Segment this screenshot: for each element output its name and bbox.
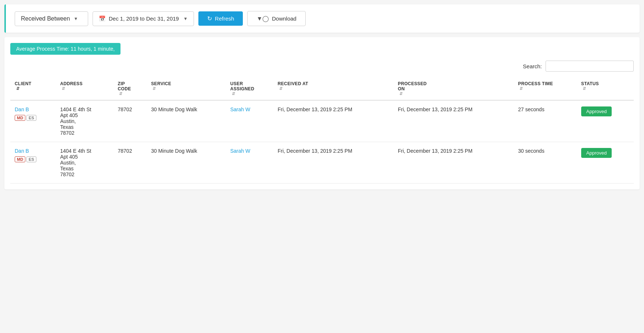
avg-process-time-badge: Average Process Time: 11 hours, 1 minute…	[10, 43, 120, 55]
filter-dropdown[interactable]: Received Between ▼	[15, 11, 88, 26]
client-tag-es: ES	[26, 115, 36, 121]
col-header-received-at: RECEIVED AT ⇵	[273, 77, 393, 100]
sort-zip-icon[interactable]: ⇵	[119, 91, 142, 96]
sort-status-icon[interactable]: ⇵	[583, 86, 629, 91]
cell-zip: 78702	[113, 100, 147, 142]
status-badge: Approved	[581, 106, 612, 116]
search-bar: Search:	[10, 61, 634, 72]
sort-client-icon[interactable]: ⇵	[16, 86, 51, 91]
table-row: Dan BMDES1404 E 4th St Apt 405 Austin, T…	[10, 100, 634, 142]
filter-label: Received Between	[21, 15, 70, 22]
table-row: Dan BMDES1404 E 4th St Apt 405 Austin, T…	[10, 142, 634, 184]
cell-process-time: 27 seconds	[514, 100, 576, 142]
cell-client: Dan BMDES	[10, 142, 56, 184]
dropdown-arrow-icon: ▼	[73, 16, 78, 21]
date-picker-button[interactable]: 📅 Dec 1, 2019 to Dec 31, 2019 ▼	[93, 11, 194, 26]
table-header-row: CLIENT ⇵ ADDRESS ⇵ ZIPCODE ⇵	[10, 77, 634, 100]
top-bar: Received Between ▼ 📅 Dec 1, 2019 to Dec …	[4, 4, 640, 33]
download-label: Download	[272, 15, 296, 22]
sort-service-icon[interactable]: ⇵	[152, 86, 222, 91]
cell-status: Approved	[577, 100, 634, 142]
col-header-zip: ZIPCODE ⇵	[113, 77, 147, 100]
col-header-service: SERVICE ⇵	[147, 77, 226, 100]
client-tag-es: ES	[26, 156, 36, 162]
cell-processed-on: Fri, December 13, 2019 2:25 PM	[393, 100, 514, 142]
sort-processtime-icon[interactable]: ⇵	[519, 86, 572, 91]
user-assigned-link[interactable]: Sarah W	[230, 148, 250, 154]
cell-service: 30 Minute Dog Walk	[147, 142, 226, 184]
col-header-client: CLIENT ⇵	[10, 77, 56, 100]
col-header-processed-on: PROCESSEDON ⇵	[393, 77, 514, 100]
cell-client: Dan BMDES	[10, 100, 56, 142]
sort-received-icon[interactable]: ⇵	[279, 86, 389, 91]
user-assigned-link[interactable]: Sarah W	[230, 106, 250, 112]
status-badge: Approved	[581, 148, 612, 158]
cell-zip: 78702	[113, 142, 147, 184]
sort-processed-icon[interactable]: ⇵	[399, 91, 509, 96]
col-header-process-time: PROCESS TIME ⇵	[514, 77, 576, 100]
cell-user-assigned: Sarah W	[226, 100, 273, 142]
cell-user-assigned: Sarah W	[226, 142, 273, 184]
cell-process-time: 30 seconds	[514, 142, 576, 184]
cell-processed-on: Fri, December 13, 2019 2:25 PM	[393, 142, 514, 184]
col-header-status: STATUS ⇵	[577, 77, 634, 100]
date-range-value: Dec 1, 2019 to Dec 31, 2019	[109, 15, 179, 22]
refresh-icon: ↻	[207, 15, 212, 22]
search-input[interactable]	[546, 61, 634, 72]
col-header-user-assigned: USERASSIGNED ⇵	[226, 77, 273, 100]
data-table: CLIENT ⇵ ADDRESS ⇵ ZIPCODE ⇵	[10, 77, 634, 184]
calendar-icon: 📅	[99, 15, 106, 22]
client-tag-md: MD	[15, 156, 25, 162]
cell-status: Approved	[577, 142, 634, 184]
client-name-link[interactable]: Dan B	[15, 148, 51, 154]
cell-address: 1404 E 4th St Apt 405 Austin, Texas 7870…	[56, 142, 114, 184]
sort-address-icon[interactable]: ⇵	[62, 86, 109, 91]
cell-received-at: Fri, December 13, 2019 2:25 PM	[273, 142, 393, 184]
sort-user-icon[interactable]: ⇵	[232, 91, 269, 96]
client-tag-md: MD	[15, 115, 25, 121]
col-header-address: ADDRESS ⇵	[56, 77, 114, 100]
download-icon: ▼◯	[256, 15, 269, 22]
client-name-link[interactable]: Dan B	[15, 106, 51, 112]
cell-received-at: Fri, December 13, 2019 2:25 PM	[273, 100, 393, 142]
search-label: Search:	[523, 63, 542, 69]
download-button[interactable]: ▼◯ Download	[247, 11, 306, 26]
cell-service: 30 Minute Dog Walk	[147, 100, 226, 142]
cell-address: 1404 E 4th St Apt 405 Austin, Texas 7870…	[56, 100, 114, 142]
main-content: Average Process Time: 11 hours, 1 minute…	[4, 37, 640, 189]
refresh-button[interactable]: ↻ Refresh	[198, 11, 243, 26]
date-caret-icon: ▼	[183, 16, 188, 21]
refresh-label: Refresh	[215, 15, 234, 22]
